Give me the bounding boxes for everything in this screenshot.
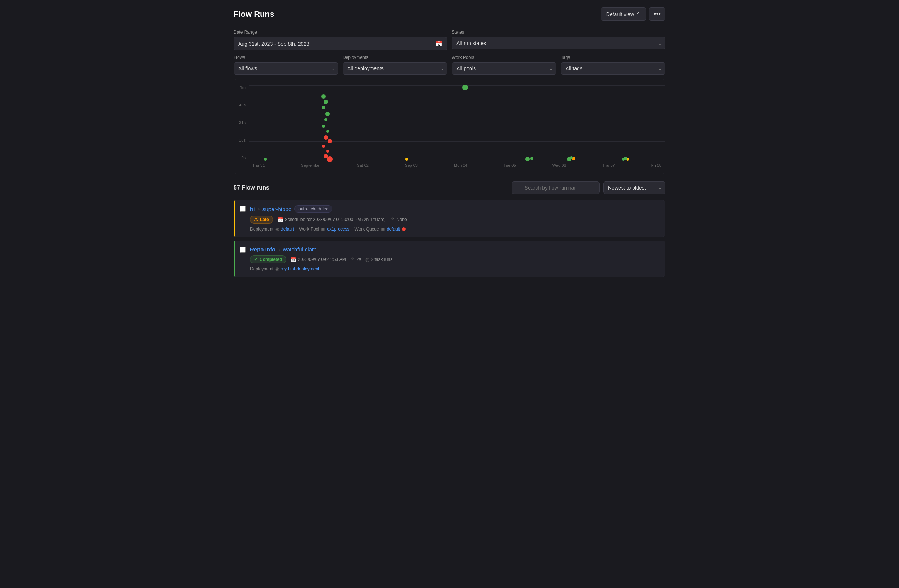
dot-mon04-g1[interactable] (462, 85, 468, 90)
deployments-select[interactable]: All deployments (343, 62, 447, 75)
flow-run-meta-2: ✓ Completed 📅 2023/09/07 09:41:53 AM ⏱ 2… (250, 255, 659, 264)
dot-sep-r3[interactable] (322, 145, 325, 148)
work-pools-select[interactable]: All pools (452, 62, 556, 75)
more-button[interactable]: ••• (649, 7, 666, 21)
search-wrapper: 🔍 (512, 182, 599, 194)
task-icon: ◎ (365, 257, 369, 262)
flow-name-repo-info[interactable]: Repo Info (250, 246, 275, 253)
flow-run-checkbox-2[interactable] (240, 247, 246, 253)
x-label-tue05: Tue 05 (504, 163, 516, 168)
chart-x-labels: Thu 31 September Sat 02 Sep 03 Mon 04 Tu… (249, 160, 665, 171)
deployments-filter: Deployments All deployments (343, 55, 447, 75)
x-label-sep: September (301, 163, 321, 168)
work-pools-select-wrapper: All pools (452, 62, 556, 75)
dot-thu07-g2[interactable] (570, 156, 573, 159)
x-label-sat02: Sat 02 (357, 163, 369, 168)
grid-line-75 (249, 141, 665, 142)
flow-run-item-2: Repo Info › watchful-clam ✓ Completed 📅 … (233, 241, 666, 277)
deployment-label-1: Deployment (250, 227, 273, 231)
clock-text: None (396, 217, 407, 222)
grid-line-25 (249, 104, 665, 104)
work-queue-group-1: Work Queue ▣ default (355, 227, 406, 231)
date-range-label: Date Range (233, 29, 447, 35)
flow-run-checkbox-1[interactable] (240, 206, 246, 212)
dot-sep-r1[interactable] (324, 135, 328, 140)
tags-label: Tags (561, 55, 666, 60)
y-label-1m: 1m (240, 85, 246, 90)
date-range-filter: Date Range Aug 31st, 2023 - Sep 8th, 202… (233, 29, 447, 51)
work-pool-value-ex1process[interactable]: ex1process (327, 227, 349, 231)
dot-sep-g4[interactable] (325, 112, 330, 116)
flow-run-item: hi › super-hippo auto-scheduled ⚠ Late 📅… (233, 200, 666, 237)
filter-row-1: Date Range Aug 31st, 2023 - Sep 8th, 202… (233, 29, 666, 51)
search-input[interactable] (512, 182, 599, 194)
dot-fri08-g2[interactable] (624, 157, 627, 160)
work-pool-group-1: Work Pool ▣ ex1process (299, 227, 349, 231)
x-label-thu07: Thu 07 (602, 163, 615, 168)
duration-icon: ⏱ (350, 257, 355, 262)
states-filter: States All run states (452, 29, 666, 51)
run-name-watchful-clam[interactable]: watchful-clam (283, 246, 317, 253)
default-view-button[interactable]: Default view ⌃ (601, 7, 646, 21)
date-range-input[interactable]: Aug 31st, 2023 - Sep 8th, 2023 📅 (233, 37, 447, 51)
meta-task-runs: ◎ 2 task runs (365, 257, 392, 262)
sort-select-wrapper: Newest to oldest Oldest to newest Name A… (603, 182, 666, 194)
meta-duration: ⏱ 2s (350, 257, 361, 262)
deployment-icon-1: ◉ (275, 227, 279, 231)
completed-icon: ✓ (254, 257, 258, 262)
dot-sep-g3[interactable] (322, 106, 325, 109)
states-select[interactable]: All run states (452, 37, 666, 49)
calendar-icon: 📅 (435, 40, 443, 47)
dot-sep-r2[interactable] (327, 139, 332, 144)
clock-icon: ⏱ (390, 217, 395, 222)
flows-select[interactable]: All flows (233, 62, 338, 75)
work-queue-value-default[interactable]: default (387, 227, 400, 231)
work-pools-filter: Work Pools All pools (452, 55, 556, 75)
grid-line-top (249, 85, 665, 86)
flow-run-title-1: hi › super-hippo auto-scheduled (250, 205, 659, 213)
flow-run-meta-1: ⚠ Late 📅 Scheduled for 2023/09/07 01:50:… (250, 216, 659, 224)
dot-sep-g5[interactable] (324, 118, 327, 121)
deployment-group-1: Deployment ◉ default (250, 227, 294, 231)
run-name-super-hippo[interactable]: super-hippo (263, 206, 291, 212)
status-bar-yellow (234, 200, 235, 237)
y-label-31s: 31s (239, 120, 246, 125)
states-label: States (452, 29, 666, 35)
flow-runs-count: 57 Flow runs (233, 184, 269, 191)
more-icon: ••• (654, 10, 661, 18)
flow-runs-controls: 🔍 Newest to oldest Oldest to newest Name… (512, 182, 666, 194)
page-header: Flow Runs Default view ⌃ ••• (233, 7, 666, 21)
warning-dot-1 (402, 227, 406, 231)
meta-scheduled: 📅 Scheduled for 2023/09/07 01:50:00 PM (… (278, 217, 386, 222)
dot-sep-g1[interactable] (321, 94, 326, 99)
meta-clock: ⏱ None (390, 217, 407, 222)
flows-filter: Flows All flows (233, 55, 338, 75)
tags-select[interactable]: All tags (561, 62, 666, 75)
deployment-value-my-first[interactable]: my-first-deployment (281, 266, 319, 272)
flow-separator-2: › (278, 247, 280, 253)
flow-name-hi[interactable]: hi (250, 206, 255, 212)
sort-select[interactable]: Newest to oldest Oldest to newest Name A… (603, 182, 666, 194)
deployments-label: Deployments (343, 55, 447, 60)
calendar-meta-icon: 📅 (278, 217, 283, 222)
tag-badge-auto-scheduled[interactable]: auto-scheduled (294, 205, 332, 213)
deployment-value-default[interactable]: default (281, 227, 294, 231)
deployment-group-2: Deployment ◉ my-first-deployment (250, 266, 319, 272)
chart-inner: 1m 46s 31s 16s 0s (234, 85, 665, 171)
meta-datetime: 📅 2023/09/07 09:41:53 AM (290, 257, 346, 262)
calendar-meta-icon-2: 📅 (290, 257, 297, 262)
dot-sep-r4[interactable] (326, 150, 329, 153)
status-label-completed: Completed (260, 257, 282, 262)
deployments-select-wrapper: All deployments (343, 62, 447, 75)
duration-text: 2s (357, 257, 361, 262)
dot-sep-g2[interactable] (324, 100, 328, 104)
dot-sep-g6[interactable] (322, 125, 325, 128)
dot-sep-g7[interactable] (326, 130, 329, 133)
work-pool-label-1: Work Pool (299, 227, 319, 231)
dot-wed06-g2[interactable] (530, 157, 533, 160)
late-icon: ⚠ (254, 217, 258, 222)
x-label-fri08: Fri 08 (651, 163, 661, 168)
date-range-value: Aug 31st, 2023 - Sep 8th, 2023 (238, 41, 309, 47)
x-label-thu31: Thu 31 (252, 163, 265, 168)
default-view-label: Default view (606, 11, 634, 17)
